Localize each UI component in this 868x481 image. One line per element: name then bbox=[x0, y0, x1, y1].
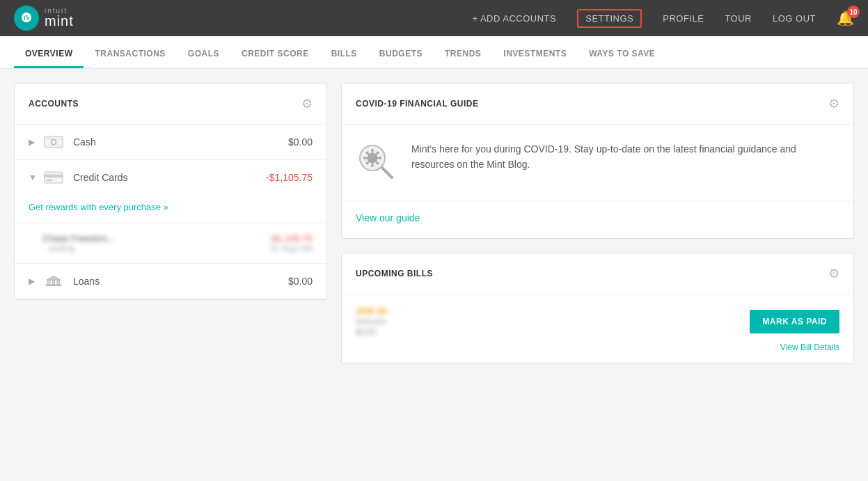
sub-account-amount: -$1,105.75 bbox=[269, 233, 313, 244]
accounts-gear-button[interactable]: ⚙ bbox=[301, 96, 313, 111]
svg-rect-0 bbox=[45, 136, 63, 148]
tabs-bar: OVERVIEW TRANSACTIONS GOALS CREDIT SCORE… bbox=[0, 36, 868, 69]
accounts-card: ACCOUNTS ⚙ ▶ Cash $0.00 bbox=[14, 83, 327, 300]
logo-text-area: intuit mint bbox=[45, 7, 74, 29]
bill-actions: MARK AS PAID bbox=[750, 310, 839, 333]
covid-link-area: View our guide bbox=[342, 200, 853, 238]
upcoming-bills-card: UPCOMING BILLS ⚙ JAN 18 Verizon $100 MAR… bbox=[341, 253, 854, 364]
sub-account-name: Chase Freedom... bbox=[42, 233, 269, 244]
mark-as-paid-button[interactable]: MARK AS PAID bbox=[750, 310, 839, 333]
covid-gear-button[interactable]: ⚙ bbox=[828, 96, 839, 111]
get-rewards-link[interactable]: Get rewards with every purchase » bbox=[29, 202, 168, 212]
credit-card-icon bbox=[42, 170, 65, 185]
right-panel: COVID-19 FINANCIAL GUIDE ⚙ bbox=[341, 83, 854, 364]
svg-rect-7 bbox=[48, 280, 50, 285]
loans-amount: $0.00 bbox=[288, 276, 313, 287]
svg-rect-10 bbox=[46, 285, 61, 286]
covid-card-title: COVID-19 FINANCIAL GUIDE bbox=[356, 99, 478, 109]
sub-account-info: Chase Freedom... ...ending bbox=[42, 233, 269, 253]
notifications-button[interactable]: 🔔 10 bbox=[837, 10, 854, 26]
add-accounts-link[interactable]: + ADD ACCOUNTS bbox=[472, 13, 556, 24]
svg-point-25 bbox=[366, 162, 369, 165]
credit-card-amount: -$1,105.75 bbox=[266, 172, 313, 183]
bills-gear-button[interactable]: ⚙ bbox=[828, 266, 839, 281]
svg-point-24 bbox=[377, 152, 379, 155]
cash-amount: $0.00 bbox=[288, 136, 313, 148]
tour-link[interactable]: TOUR bbox=[725, 13, 752, 24]
sub-account-due: 31 days left bbox=[269, 244, 313, 253]
header-nav: + ADD ACCOUNTS SETTINGS PROFILE TOUR LOG… bbox=[472, 9, 854, 28]
bill-date-label: JAN 18 bbox=[356, 306, 741, 316]
bill-info: JAN 18 Verizon $100 bbox=[356, 306, 741, 337]
tab-goals[interactable]: GOALS bbox=[177, 36, 230, 68]
app-header: intuit mint + ADD ACCOUNTS SETTINGS PROF… bbox=[0, 0, 868, 36]
covid-guide-card: COVID-19 FINANCIAL GUIDE ⚙ bbox=[341, 83, 854, 239]
loans-icon bbox=[42, 274, 65, 289]
account-item-loans[interactable]: ▶ Loans $0.00 bbox=[15, 264, 326, 299]
magnifier-virus-icon bbox=[356, 141, 397, 183]
credit-card-name: Credit Cards bbox=[73, 172, 266, 183]
loans-name: Loans bbox=[73, 276, 288, 287]
bill-amount: $100 bbox=[356, 326, 741, 337]
account-item-cash[interactable]: ▶ Cash $0.00 bbox=[15, 125, 326, 160]
svg-rect-9 bbox=[57, 280, 59, 285]
accounts-title: ACCOUNTS bbox=[29, 99, 79, 109]
svg-point-23 bbox=[377, 162, 379, 165]
svg-point-22 bbox=[366, 152, 369, 155]
cash-icon bbox=[42, 134, 65, 150]
cash-chevron-icon: ▶ bbox=[29, 137, 35, 147]
view-bill-details-link[interactable]: View Bill Details bbox=[356, 342, 839, 352]
covid-body: Mint's here for you during COVID-19. Sta… bbox=[342, 125, 853, 200]
bill-name: Verizon bbox=[356, 316, 741, 326]
svg-rect-6 bbox=[47, 180, 53, 182]
notification-badge: 10 bbox=[847, 6, 860, 18]
sub-account-detail: ...ending bbox=[42, 244, 269, 253]
svg-line-11 bbox=[382, 168, 392, 178]
covid-card-header: COVID-19 FINANCIAL GUIDE ⚙ bbox=[342, 84, 853, 125]
sub-account-amounts: -$1,105.75 31 days left bbox=[269, 233, 313, 253]
svg-point-18 bbox=[371, 149, 374, 152]
product-name: mint bbox=[45, 13, 74, 29]
credit-card-chevron-icon: ▼ bbox=[29, 173, 35, 182]
svg-point-20 bbox=[363, 157, 366, 159]
bills-card-header: UPCOMING BILLS ⚙ bbox=[342, 253, 853, 294]
tab-budgets[interactable]: BUDGETS bbox=[368, 36, 434, 68]
view-guide-link[interactable]: View our guide bbox=[356, 212, 420, 223]
loans-chevron-icon: ▶ bbox=[29, 276, 35, 286]
account-item-credit-cards[interactable]: ▼ Credit Cards -$1,105.75 bbox=[15, 160, 326, 195]
bills-card-title: UPCOMING BILLS bbox=[356, 269, 433, 278]
svg-point-19 bbox=[371, 164, 374, 167]
tab-credit-score[interactable]: CREDIT SCORE bbox=[230, 36, 320, 68]
svg-rect-8 bbox=[52, 280, 54, 285]
settings-link[interactable]: SETTINGS bbox=[577, 9, 642, 28]
tab-transactions[interactable]: TRANSACTIONS bbox=[84, 36, 176, 68]
logout-link[interactable]: LOG OUT bbox=[773, 13, 816, 24]
credit-card-sub-item[interactable]: Chase Freedom... ...ending -$1,105.75 31… bbox=[15, 223, 326, 264]
accounts-card-header: ACCOUNTS ⚙ bbox=[15, 84, 326, 125]
bills-body: JAN 18 Verizon $100 MARK AS PAID View Bi… bbox=[342, 294, 853, 363]
logo-icon bbox=[14, 6, 39, 31]
profile-link[interactable]: PROFILE bbox=[663, 13, 704, 24]
bill-item: JAN 18 Verizon $100 MARK AS PAID bbox=[356, 306, 839, 337]
tab-overview[interactable]: OVERVIEW bbox=[14, 36, 84, 68]
svg-rect-5 bbox=[45, 175, 63, 178]
left-panel: ACCOUNTS ⚙ ▶ Cash $0.00 bbox=[14, 83, 327, 364]
credit-card-expanded-section: Get rewards with every purchase » bbox=[15, 195, 326, 223]
tab-bills[interactable]: BILLS bbox=[320, 36, 368, 68]
covid-body-text: Mint's here for you during COVID-19. Sta… bbox=[411, 141, 839, 173]
svg-point-21 bbox=[379, 157, 381, 159]
tab-investments[interactable]: INVESTMENTS bbox=[492, 36, 578, 68]
tab-trends[interactable]: TRENDS bbox=[434, 36, 492, 68]
tab-ways-to-save[interactable]: WAYS TO SAVE bbox=[578, 36, 666, 68]
cash-name: Cash bbox=[73, 136, 288, 148]
logo-area: intuit mint bbox=[14, 6, 74, 31]
main-content: ACCOUNTS ⚙ ▶ Cash $0.00 bbox=[0, 69, 868, 378]
